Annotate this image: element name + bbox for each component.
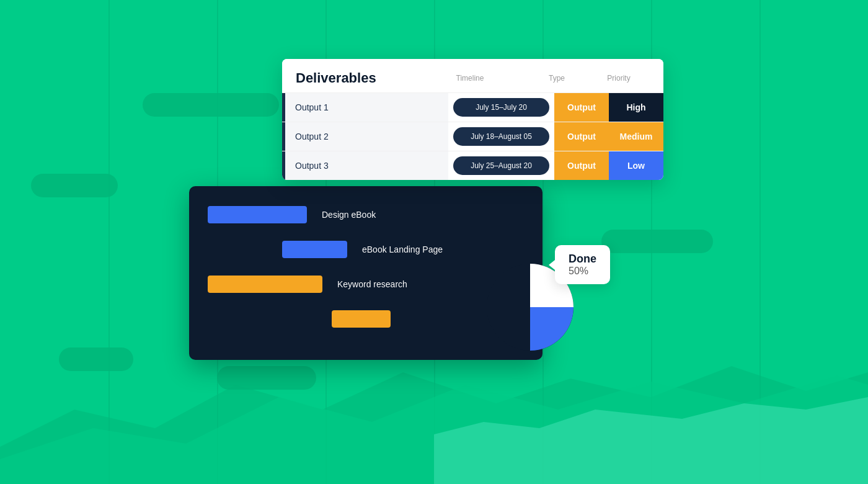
gantt-row: eBook Landing Page [208,241,524,258]
decorative-pill [59,347,133,371]
decorative-pill [601,230,713,253]
gantt-bar-yellow [208,276,322,293]
col-timeline-label: Timeline [414,74,526,83]
decorative-pill [143,93,279,117]
gantt-label: eBook Landing Page [362,244,443,254]
done-percentage: 50% [569,266,596,277]
grid-line [108,0,110,484]
column-labels: Timeline Type Priority [414,74,650,83]
deliverables-table: Output 1 July 15–July 20 Output High Out… [282,92,663,180]
timeline-badge: July 15–July 20 [453,98,549,117]
deliverables-header: Deliverables Timeline Type Priority [282,59,663,92]
gantt-bar-wrap [208,241,347,258]
gantt-bar-blue [282,241,347,258]
priority-badge: Low [609,151,663,180]
gantt-row [208,310,524,328]
gantt-label: Keyword research [337,279,407,289]
output-name: Output 1 [285,93,448,122]
timeline-badge: July 18–August 05 [453,127,549,146]
gantt-label: Design eBook [322,210,376,220]
decorative-pill [217,366,316,390]
priority-badge: Medium [609,122,663,151]
grid-line [760,0,761,484]
gantt-row: Keyword research [208,276,524,293]
table-row: Output 1 July 15–July 20 Output High [282,92,663,122]
svg-marker-0 [0,366,868,484]
type-badge: Output [554,151,609,180]
output-name: Output 3 [285,151,448,180]
table-row: Output 3 July 25–August 20 Output Low [282,151,663,180]
svg-marker-1 [0,375,868,484]
svg-marker-2 [434,397,868,484]
done-tooltip: Done 50% [555,245,610,284]
col-type-label: Type [526,74,588,83]
deliverables-title: Deliverables [296,70,414,86]
decorative-pill [31,174,118,197]
mountain-chart [0,347,868,484]
gantt-bar-wrap [208,310,391,328]
output-name: Output 2 [285,122,448,151]
deliverables-card: Deliverables Timeline Type Priority Outp… [282,59,663,180]
gantt-bar-wrap [208,276,322,293]
col-priority-label: Priority [588,74,650,83]
table-row: Output 2 July 18–August 05 Output Medium [282,122,663,151]
gantt-row: Design eBook [208,206,524,223]
priority-badge: High [609,93,663,122]
type-badge: Output [554,93,609,122]
type-badge: Output [554,122,609,151]
done-label: Done [569,253,596,266]
timeline-badge: July 25–August 20 [453,156,549,175]
gantt-bar-blue [208,206,307,223]
gantt-bar-yellow [332,310,391,328]
gantt-bar-wrap [208,206,307,223]
